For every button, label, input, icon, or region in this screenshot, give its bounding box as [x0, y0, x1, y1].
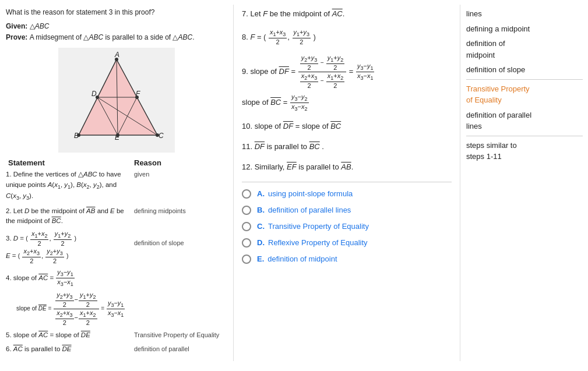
reason-steps-similar[interactable]: steps similar tosteps 1-11 — [466, 140, 583, 162]
stmt-2: 2. Let D be the midpoint of AB and E be … — [6, 206, 134, 227]
proof-row-6: 6. AC is parallel to DE definition of pa… — [6, 344, 227, 354]
left-column: What is the reason for statement 3 in th… — [0, 5, 233, 361]
stmt-5: 5. slope of AC = slope of DE — [6, 330, 134, 340]
option-b-text: definition of parallel lines — [268, 206, 351, 214]
proof-row-5: 5. slope of AC = slope of DE Transitive … — [6, 330, 227, 340]
option-d-label: D. — [257, 238, 265, 247]
option-b-label: B. — [257, 206, 265, 214]
mid-step-8: 8. F = ( x1+x32, y1+y32 ) — [242, 29, 452, 46]
question-text: What is the reason for statement 3 in th… — [6, 8, 154, 16]
reason-1: given — [134, 169, 227, 179]
svg-point-15 — [116, 133, 119, 137]
reason-6: definition of parallel — [134, 344, 227, 354]
question-header: What is the reason for statement 3 in th… — [6, 8, 227, 16]
stmt-4b: slope of DE = y2+y32−y1+y22x2+x32−x1+x22… — [6, 291, 134, 327]
reason-3: definition of slope — [134, 230, 227, 248]
mid-slope-bc: slope of BC = y3−y2x3−x2 — [242, 93, 452, 112]
proof-row-4b: slope of DE = y2+y32−y1+y22x2+x32−x1+x22… — [6, 291, 227, 327]
svg-point-12 — [156, 133, 159, 137]
option-c-text: Transitive Property of Equality — [268, 222, 369, 231]
stmt-1: 1. Define the vertices of △ABC to have u… — [6, 169, 134, 203]
statement-col-header: Statement — [8, 158, 134, 167]
proof-row-2: 2. Let D be the midpoint of AB and E be … — [6, 206, 227, 227]
reason-col-header: Reason — [134, 158, 227, 167]
option-a-text: using point-slope formula — [268, 189, 353, 198]
option-c-label: C. — [257, 222, 265, 231]
radio-d[interactable] — [242, 238, 251, 248]
answer-option-e[interactable]: E. definition of midpoint — [242, 255, 452, 264]
mid-step-7: 7. Let F be the midpoint of AC. — [242, 8, 452, 20]
svg-text:C: C — [159, 132, 164, 140]
proof-table-header: Statement Reason — [6, 158, 227, 167]
right-divider-1 — [466, 79, 583, 80]
stmt-4: 4. slope of AC = y3−y1x3−x1 — [6, 268, 134, 288]
option-d-text: Reflexive Property of Equality — [268, 238, 368, 247]
mid-step-10: 10. slope of DF = slope of BC — [242, 121, 452, 133]
svg-text:A: A — [114, 51, 119, 59]
answer-option-d[interactable]: D. Reflexive Property of Equality — [242, 238, 452, 248]
svg-point-14 — [135, 96, 139, 99]
answer-options: A. using point-slope formula B. definiti… — [242, 189, 452, 264]
radio-e[interactable] — [242, 255, 251, 264]
prove-text: A midsegment of △ABC is parallel to a si… — [30, 33, 195, 41]
mid-step-11: 11. DF is parallel to BC . — [242, 141, 452, 153]
option-e-label: E. — [257, 255, 264, 263]
answer-option-c[interactable]: C. Transitive Property of Equality — [242, 222, 452, 231]
reason-definition-of-midpoint[interactable]: definition ofmidpoint — [466, 38, 583, 61]
reason-defining-midpoint[interactable]: defining a midpoint — [466, 23, 583, 35]
option-e-text: definition of midpoint — [267, 255, 337, 263]
divider — [242, 182, 452, 182]
stmt-6: 6. AC is parallel to DE — [6, 344, 134, 354]
given-label: Given: — [6, 22, 30, 30]
right-column: lines defining a midpoint definition ofm… — [460, 5, 588, 361]
diagram: A B C D F E — [58, 48, 175, 153]
mid-step-12: 12. Similarly, EF is parallel to AB. — [242, 161, 452, 174]
given-text: △ABC — [30, 22, 50, 30]
given-prove-block: Given: △ABC Prove: A midsegment of △ABC … — [6, 21, 227, 43]
option-a-label: A. — [257, 189, 265, 198]
svg-point-13 — [96, 96, 99, 99]
reason-lines[interactable]: lines — [466, 8, 583, 20]
reason-definition-parallel-lines[interactable]: definition of parallellines — [466, 109, 583, 132]
proof-row-4: 4. slope of AC = y3−y1x3−x1 — [6, 268, 227, 288]
right-divider-2 — [466, 136, 583, 136]
answer-option-b[interactable]: B. definition of parallel lines — [242, 206, 452, 215]
radio-c[interactable] — [242, 222, 251, 231]
page-container: What is the reason for statement 3 in th… — [0, 0, 588, 366]
reason-2: defining midpoints — [134, 206, 227, 216]
svg-point-10 — [115, 58, 118, 61]
middle-column: 7. Let F be the midpoint of AC. 8. F = (… — [233, 5, 460, 361]
radio-a[interactable] — [242, 189, 251, 199]
radio-b[interactable] — [242, 206, 251, 215]
proof-row-1: 1. Define the vertices of △ABC to have u… — [6, 169, 227, 203]
stmt-3: 3. D = ( x1+x22, y1+y22 ) E = ( x2+x32, … — [6, 230, 134, 265]
prove-label: Prove: — [6, 33, 30, 41]
answer-option-a[interactable]: A. using point-slope formula — [242, 189, 452, 199]
reason-5: Transitive Property of Equality — [134, 330, 227, 340]
reason-transitive[interactable]: Transitive Propertyof Equality — [466, 83, 583, 106]
svg-point-11 — [77, 133, 80, 137]
proof-row-3: 3. D = ( x1+x22, y1+y22 ) E = ( x2+x32, … — [6, 230, 227, 265]
mid-step-9: 9. slope of DF = y2+y32 − y1+y22 x2+x32 … — [242, 54, 452, 90]
reason-definition-of-slope[interactable]: definition of slope — [466, 64, 583, 76]
